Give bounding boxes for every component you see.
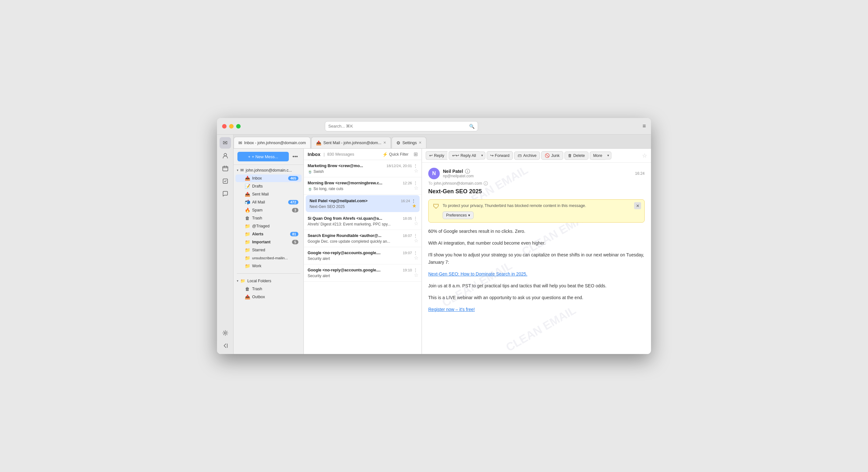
body-link-2[interactable]: Register now – it's free! xyxy=(428,306,645,313)
folder-inbox-label: Inbox xyxy=(252,176,262,180)
message-item[interactable]: Search Engine Roundtable <author@... 18:… xyxy=(304,230,422,247)
reply-all-icon: ↩↩ xyxy=(452,153,459,158)
folder-item-spam[interactable]: 🔥 Spam 3 xyxy=(236,206,302,214)
email-from-row: N Neil Patel np@neilpatel.com 16:24 xyxy=(428,168,645,179)
email-star-button[interactable]: ☆ xyxy=(642,152,647,159)
message-list-options[interactable]: ⊞ xyxy=(413,151,418,157)
folder-more-button[interactable]: ••• xyxy=(291,152,300,161)
preferences-button[interactable]: Preferences ▾ xyxy=(443,211,473,219)
star-icon[interactable]: ☆ xyxy=(414,238,418,244)
folder-item-unsubscribed[interactable]: 📁 unsubscribed-mailin... xyxy=(236,254,302,262)
message-item-selected[interactable]: Neil Patel <np@neilpatel.com> 16:24 ⋮ Ne… xyxy=(306,195,420,212)
email-body: 60% of Google searches result in no clic… xyxy=(428,228,645,313)
more-button-group: More ▾ xyxy=(590,151,612,160)
new-message-bar: + + New Mess... ••• xyxy=(234,148,304,165)
sender-name: Neil Patel xyxy=(443,169,632,174)
folder-item-allmail[interactable]: 📬 All Mail 472 xyxy=(236,198,302,206)
message-sender: Google <no-reply@accounts.google.... xyxy=(308,251,400,255)
register-link[interactable]: Register now – it's free! xyxy=(428,307,475,312)
sidebar-item-tasks[interactable] xyxy=(220,175,231,187)
delete-button[interactable]: 🗑 Delete xyxy=(564,151,588,160)
sidebar-item-chat[interactable] xyxy=(220,188,231,200)
star-icon[interactable]: ☆ xyxy=(414,185,418,191)
search-bar[interactable]: 🔍 xyxy=(325,121,478,131)
settings-tab-icon: ⚙ xyxy=(396,140,401,145)
folder-item-inbox[interactable]: 📥 Inbox 465 xyxy=(236,174,302,182)
more-dropdown[interactable]: ▾ xyxy=(606,151,612,160)
more-label: More xyxy=(593,154,602,158)
body-paragraph-3: I'll show you how to adjust your strateg… xyxy=(428,251,645,266)
message-time: 18:07 xyxy=(403,234,412,238)
folder-item-work[interactable]: 📁 Work xyxy=(236,262,302,270)
local-folders-header[interactable]: ▾ 📁 Local Folders xyxy=(234,277,304,285)
message-item[interactable]: Morning Brew <crew@morningbrew.c... 12:2… xyxy=(304,177,422,195)
minimize-button[interactable] xyxy=(229,124,234,129)
message-subject: Next-Gen SEO 2025 xyxy=(310,204,416,209)
junk-button[interactable]: 🚫 Junk xyxy=(541,151,563,160)
message-sender: Morning Brew <crew@morningbrew.c... xyxy=(308,181,400,185)
tab-settings-close[interactable]: ✕ xyxy=(419,141,422,145)
archive-button[interactable]: 🗃 Archive xyxy=(514,151,540,160)
reply-all-button-group: ↩↩ Reply All ▾ xyxy=(449,151,485,160)
search-input[interactable] xyxy=(329,124,467,129)
close-button[interactable] xyxy=(222,124,226,129)
folder-local-trash-label: Trash xyxy=(252,287,262,291)
sidebar-item-mail[interactable]: ✉ xyxy=(220,137,231,148)
sender-info-icon[interactable] xyxy=(465,169,470,174)
to-info-icon[interactable] xyxy=(484,181,488,186)
email-header: N Neil Patel np@neilpatel.com 16:24 xyxy=(428,168,645,195)
message-item[interactable]: Marketing Brew <crew@mo... 18/12/24, 20:… xyxy=(304,160,422,177)
star-icon[interactable]: ☆ xyxy=(414,272,418,278)
reply-all-dropdown[interactable]: ▾ xyxy=(479,151,485,160)
sidebar-item-calendar[interactable] xyxy=(220,163,231,174)
folder-item-important[interactable]: 📁 Important 5 xyxy=(236,238,302,246)
privacy-text: To protect your privacy, Thunderbird has… xyxy=(443,203,586,209)
folder-item-triaged[interactable]: 📁 @Triaged xyxy=(236,222,302,230)
more-button[interactable]: More xyxy=(590,151,606,160)
message-item[interactable]: Si Quan Ong from Ahrefs <si.quan@a... 18… xyxy=(304,213,422,230)
sidebar-item-collapse[interactable] xyxy=(220,340,231,351)
folder-important-label: Important xyxy=(252,240,271,244)
privacy-preferences: Preferences ▾ xyxy=(443,211,586,219)
tab-inbox[interactable]: ✉ Inbox - john.johnson@domain.com xyxy=(234,137,310,148)
star-icon-filled[interactable]: ★ xyxy=(412,203,416,209)
message-item[interactable]: Google <no-reply@accounts.google.... 19:… xyxy=(304,264,422,281)
account-header[interactable]: ▾ ✉ john.johnson@domain.c... xyxy=(234,166,304,174)
star-icon[interactable]: ☆ xyxy=(414,168,418,174)
body-link-1[interactable]: Next-Gen SEO: How to Dominate Search in … xyxy=(428,270,645,278)
star-icon[interactable]: ☆ xyxy=(414,255,418,261)
tab-sent[interactable]: 📤 Sent Mail - john.johnson@dom... ✕ xyxy=(311,137,391,148)
folder-spam-label: Spam xyxy=(252,208,262,212)
folder-item-local-trash[interactable]: 🗑 Trash xyxy=(236,285,302,293)
to-email: john.johnson@domain.com xyxy=(434,181,482,186)
star-icon[interactable]: ☆ xyxy=(414,221,418,227)
tab-settings[interactable]: ⚙ Settings ✕ xyxy=(392,137,426,148)
folder-item-outbox[interactable]: 📤 Outbox xyxy=(236,293,302,301)
message-item[interactable]: Google <no-reply@accounts.google.... 19:… xyxy=(304,247,422,264)
hamburger-menu[interactable]: ≡ xyxy=(642,123,646,130)
folder-item-sent[interactable]: 📤 Sent Mail xyxy=(236,191,302,198)
allmail-icon: 📬 xyxy=(244,200,250,205)
reply-all-label: Reply All xyxy=(461,154,476,158)
new-message-button[interactable]: + + New Mess... xyxy=(238,152,289,161)
message-subject: 🍵 Swish xyxy=(308,169,418,174)
tab-sent-label: Sent Mail - john.johnson@dom... xyxy=(323,141,381,145)
sidebar-item-contacts[interactable] xyxy=(220,150,231,161)
message-time: 19:10 xyxy=(403,268,412,272)
tab-sent-close[interactable]: ✕ xyxy=(383,141,386,145)
forward-button[interactable]: ↪ Forward xyxy=(487,151,513,160)
reply-all-button[interactable]: ↩↩ Reply All xyxy=(449,151,479,160)
folder-item-trash[interactable]: 🗑 Trash xyxy=(236,214,302,222)
folder-item-alerts[interactable]: 📁 Alerts 81 xyxy=(236,230,302,238)
folder-item-drafts[interactable]: 📝 Drafts xyxy=(236,182,302,190)
banner-close-button[interactable]: ✕ xyxy=(634,202,641,209)
seo-webinar-link[interactable]: Next-Gen SEO: How to Dominate Search in … xyxy=(428,271,527,276)
message-time: 18:05 xyxy=(403,216,412,221)
folder-item-starred[interactable]: 📁 Starred xyxy=(236,246,302,254)
quick-filter[interactable]: ⚡ Quick Filter xyxy=(382,152,408,157)
reply-button[interactable]: ↩ Reply xyxy=(426,151,447,160)
sidebar-item-settings[interactable] xyxy=(220,327,231,339)
archive-label: Archive xyxy=(523,154,536,158)
maximize-button[interactable] xyxy=(236,124,241,129)
inbox-badge: 465 xyxy=(288,176,299,180)
